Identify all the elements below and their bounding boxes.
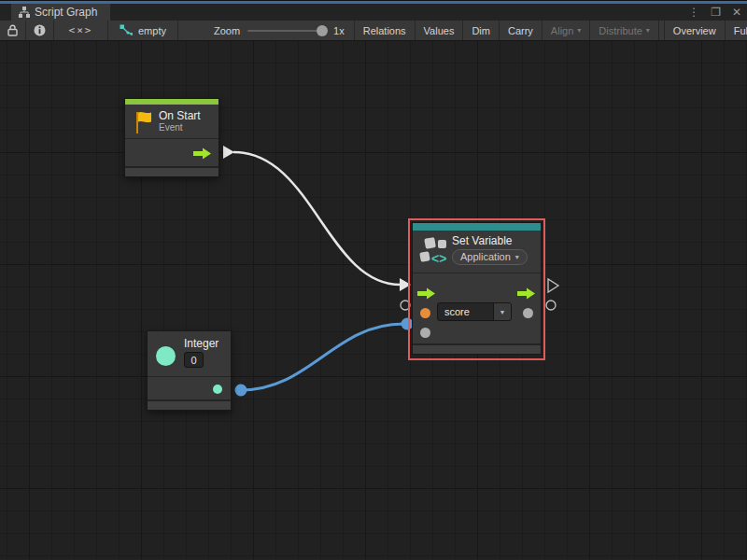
setvariable-output-port-indicator[interactable] bbox=[546, 301, 556, 310]
svg-text:<>: <> bbox=[431, 251, 446, 265]
chevron-down-icon: ▾ bbox=[646, 26, 650, 35]
graph-pointer-icon bbox=[120, 24, 133, 36]
graph-canvas[interactable]: On Start Event <> bbox=[0, 41, 747, 559]
tab-label: Script Graph bbox=[35, 6, 97, 19]
code-view-button[interactable]: <×> bbox=[54, 21, 108, 40]
zoom-label: Zoom bbox=[214, 25, 240, 36]
kebab-menu-icon[interactable]: ⋮ bbox=[688, 7, 699, 18]
node-footer bbox=[148, 399, 231, 410]
maximize-icon[interactable]: ❐ bbox=[711, 7, 721, 18]
set-variable-header: <> Set Variable Application ▾ bbox=[413, 231, 541, 273]
flow-output-port[interactable] bbox=[193, 147, 212, 160]
integer-value-input[interactable]: 0 bbox=[184, 352, 204, 368]
node-footer bbox=[125, 166, 218, 176]
wire-onstart-to-setvariable[interactable] bbox=[233, 152, 401, 285]
value-input-port[interactable] bbox=[420, 328, 430, 338]
variable-name-field[interactable]: score ▼ bbox=[437, 302, 512, 321]
node-integer[interactable]: Integer 0 bbox=[147, 330, 232, 411]
node-title: Integer bbox=[184, 337, 225, 350]
zoom-value: 1x bbox=[333, 25, 345, 36]
close-icon[interactable]: ✕ bbox=[732, 7, 741, 18]
chevron-down-icon: ▾ bbox=[577, 26, 581, 35]
on-start-ports bbox=[125, 138, 218, 166]
lock-button[interactable] bbox=[0, 21, 26, 40]
values-button[interactable]: Values bbox=[416, 21, 464, 40]
code-icon: <×> bbox=[69, 24, 93, 36]
dim-button[interactable]: Dim bbox=[463, 21, 500, 40]
info-icon bbox=[34, 24, 46, 36]
node-on-start[interactable]: On Start Event bbox=[124, 98, 219, 177]
variables-icon: <> bbox=[419, 237, 449, 265]
variable-name-port[interactable] bbox=[420, 308, 430, 318]
graph-reference[interactable]: empty bbox=[108, 21, 178, 40]
flag-icon bbox=[134, 110, 153, 134]
node-footer bbox=[413, 343, 541, 354]
wire-layer bbox=[0, 41, 747, 559]
relations-button[interactable]: Relations bbox=[354, 21, 416, 40]
node-title: On Start bbox=[159, 109, 211, 122]
tab-script-graph[interactable]: Script Graph bbox=[11, 4, 110, 21]
setvariable-exit-port-indicator[interactable] bbox=[548, 279, 558, 292]
tab-bar: Script Graph ⋮ ❐ ✕ bbox=[0, 4, 747, 21]
integer-output-port[interactable] bbox=[213, 385, 222, 394]
integer-ports bbox=[148, 376, 231, 399]
zoom-control: Zoom 1x bbox=[204, 21, 354, 40]
distribute-button[interactable]: Distribute ▾ bbox=[590, 21, 658, 40]
window-controls: ⋮ ❐ ✕ bbox=[688, 4, 741, 21]
align-button[interactable]: Align ▾ bbox=[543, 21, 590, 40]
zoom-slider[interactable] bbox=[247, 30, 326, 32]
carry-button[interactable]: Carry bbox=[500, 21, 543, 40]
integer-type-icon bbox=[156, 346, 176, 366]
onstart-exit-port-connected[interactable] bbox=[223, 146, 234, 159]
node-set-variable[interactable]: <> Set Variable Application ▾ bbox=[412, 222, 542, 355]
lock-icon bbox=[7, 24, 18, 36]
node-title: Set Variable bbox=[452, 234, 533, 247]
zoom-slider-handle[interactable] bbox=[317, 25, 328, 36]
chevron-down-icon: ▼ bbox=[500, 309, 506, 315]
sitemap-icon bbox=[19, 7, 30, 18]
value-output-port[interactable] bbox=[523, 308, 533, 318]
chevron-down-icon: ▾ bbox=[515, 253, 519, 261]
integer-header: Integer 0 bbox=[148, 331, 231, 376]
variable-name-value: score bbox=[438, 303, 493, 320]
set-variable-ports: score ▼ bbox=[413, 273, 541, 343]
integer-output-connection-dot[interactable] bbox=[235, 385, 247, 397]
graph-reference-label: empty bbox=[138, 25, 166, 36]
variable-name-dropdown-button[interactable]: ▼ bbox=[493, 303, 511, 320]
flow-output-port[interactable] bbox=[517, 287, 536, 300]
overview-button[interactable]: Overview bbox=[664, 21, 726, 40]
selection-outline: <> Set Variable Application ▾ bbox=[408, 218, 545, 360]
on-start-header: On Start Event bbox=[125, 105, 218, 138]
flow-input-port[interactable] bbox=[417, 287, 436, 300]
variable-kind-dropdown[interactable]: Application ▾ bbox=[452, 249, 528, 265]
script-graph-window: Script Graph ⋮ ❐ ✕ <×> bbox=[0, 0, 747, 560]
variable-color-bar bbox=[413, 223, 541, 231]
node-subtitle: Event bbox=[159, 122, 211, 133]
wire-integer-to-setvariable[interactable] bbox=[241, 324, 403, 390]
full-screen-button[interactable]: Full Screen bbox=[726, 21, 747, 40]
graph-toolbar: <×> empty Zoom 1x Relations Values Dim bbox=[0, 21, 747, 41]
info-button[interactable] bbox=[26, 21, 54, 40]
